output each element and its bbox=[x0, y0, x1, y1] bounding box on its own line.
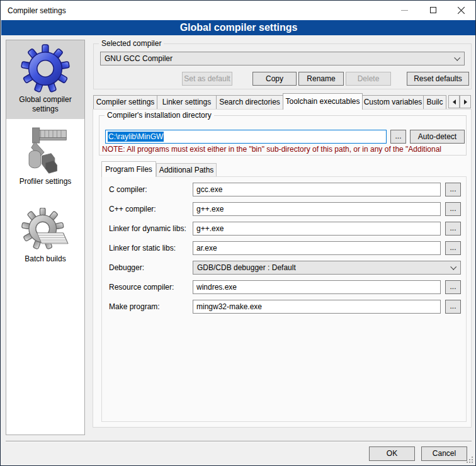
dynamic-linker-input[interactable] bbox=[193, 222, 441, 236]
subtab-program-files[interactable]: Program Files bbox=[101, 161, 156, 177]
installation-directory-input[interactable]: C:\raylib\MinGW bbox=[105, 130, 387, 144]
main-tabstrip: Compiler settings Linker settings Search… bbox=[93, 93, 446, 109]
reset-defaults-button[interactable]: Reset defaults bbox=[407, 72, 469, 86]
tab-compiler-settings[interactable]: Compiler settings bbox=[93, 95, 157, 109]
resource-compiler-browse-button[interactable]: ... bbox=[445, 280, 461, 294]
ok-button[interactable]: OK bbox=[369, 446, 415, 461]
auto-detect-button[interactable]: Auto-detect bbox=[410, 130, 465, 144]
make-program-browse-button[interactable]: ... bbox=[445, 300, 461, 314]
c-compiler-label: C compiler: bbox=[109, 183, 191, 196]
tab-linker-settings[interactable]: Linker settings bbox=[157, 95, 217, 109]
caliper-icon bbox=[6, 127, 84, 176]
settings-sidebar: Global compiler settings bbox=[6, 40, 85, 435]
bin-subdirectory-note: NOTE: All programs must exist either in … bbox=[102, 145, 466, 154]
cpp-compiler-input[interactable] bbox=[193, 202, 441, 216]
close-icon bbox=[457, 6, 465, 14]
chevron-down-icon bbox=[450, 264, 456, 270]
static-linker-input[interactable] bbox=[193, 241, 441, 255]
minimize-icon bbox=[401, 10, 408, 11]
tab-scroll-left-button[interactable] bbox=[448, 95, 460, 108]
sidebar-item-profiler-settings[interactable]: Profiler settings bbox=[6, 119, 84, 191]
cancel-button[interactable]: Cancel bbox=[421, 446, 467, 461]
arrow-right-icon bbox=[464, 99, 467, 105]
sidebar-item-label: Global compiler settings bbox=[6, 94, 84, 119]
minimize-button[interactable] bbox=[390, 1, 419, 20]
compiler-settings-dialog: Compiler settings Global compiler settin… bbox=[0, 0, 476, 466]
debugger-value: GDB/CDB debugger : Default bbox=[197, 263, 296, 272]
sidebar-item-label: Batch builds bbox=[6, 253, 84, 269]
window-title: Compiler settings bbox=[8, 6, 66, 15]
chevron-down-icon bbox=[454, 55, 460, 61]
dynamic-linker-browse-button[interactable]: ... bbox=[445, 222, 461, 236]
c-compiler-input[interactable] bbox=[193, 183, 441, 196]
close-button[interactable] bbox=[447, 1, 475, 20]
blue-gear-icon bbox=[6, 43, 84, 94]
tab-search-directories[interactable]: Search directories bbox=[216, 95, 283, 109]
static-linker-label: Linker for static libs: bbox=[109, 241, 191, 255]
make-program-label: Make program: bbox=[109, 300, 191, 314]
group-title: Selected compiler bbox=[99, 39, 164, 48]
browse-directory-button[interactable]: ... bbox=[390, 130, 406, 144]
make-program-input[interactable] bbox=[193, 300, 441, 314]
subtab-additional-paths[interactable]: Additional Paths bbox=[156, 163, 217, 177]
selected-path-text: C:\raylib\MinGW bbox=[108, 132, 164, 142]
tab-toolchain-executables[interactable]: Toolchain executables bbox=[283, 93, 363, 110]
tab-scroll-right-button[interactable] bbox=[460, 95, 471, 108]
static-linker-browse-button[interactable]: ... bbox=[445, 241, 461, 255]
dynamic-linker-label: Linker for dynamic libs: bbox=[109, 222, 191, 236]
selected-compiler-dropdown[interactable]: GNU GCC Compiler bbox=[100, 52, 465, 65]
titlebar: Compiler settings bbox=[1, 1, 476, 20]
sidebar-item-label: Profiler settings bbox=[6, 176, 84, 191]
gray-gear-stack-icon bbox=[6, 208, 84, 253]
copy-button[interactable]: Copy bbox=[252, 72, 297, 86]
c-compiler-browse-button[interactable]: ... bbox=[445, 183, 461, 196]
resize-grip-icon[interactable] bbox=[467, 457, 473, 463]
selected-compiler-value: GNU GCC Compiler bbox=[105, 54, 173, 63]
cpp-compiler-label: C++ compiler: bbox=[109, 202, 191, 216]
footer-divider bbox=[6, 441, 472, 442]
maximize-icon bbox=[430, 7, 436, 13]
group-title: Compiler's installation directory bbox=[105, 111, 214, 120]
resource-compiler-input[interactable] bbox=[193, 280, 441, 294]
maximize-button[interactable] bbox=[419, 1, 447, 20]
resource-compiler-label: Resource compiler: bbox=[109, 280, 191, 294]
sidebar-item-global-compiler-settings[interactable]: Global compiler settings bbox=[6, 40, 84, 119]
sidebar-item-batch-builds[interactable]: Batch builds bbox=[6, 191, 84, 269]
page-title: Global compiler settings bbox=[1, 20, 476, 35]
set-as-default-button[interactable]: Set as default bbox=[182, 72, 232, 86]
rename-button[interactable]: Rename bbox=[298, 72, 344, 86]
debugger-dropdown[interactable]: GDB/CDB debugger : Default bbox=[193, 261, 461, 275]
tab-build-options-truncated[interactable]: Builc bbox=[423, 95, 446, 109]
delete-button[interactable]: Delete bbox=[346, 72, 391, 86]
arrow-left-icon bbox=[453, 99, 456, 105]
tab-custom-variables[interactable]: Custom variables bbox=[362, 95, 424, 109]
cpp-compiler-browse-button[interactable]: ... bbox=[445, 202, 461, 216]
debugger-label: Debugger: bbox=[109, 261, 191, 275]
